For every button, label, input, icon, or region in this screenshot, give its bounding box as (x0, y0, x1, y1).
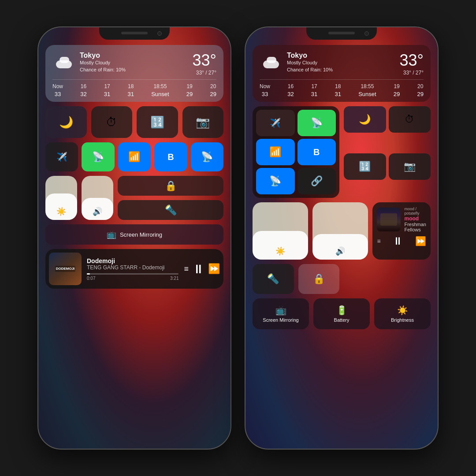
lock-icon-left: 🔒 (165, 180, 177, 192)
track-info-left: Dodemoji TENG GANG STARR - Dodemoji 0:07… (87, 257, 178, 281)
weather-detail: Chance of Rain: 10% (80, 67, 126, 73)
lock-icon-right: 🔒 (313, 273, 325, 285)
brightness-slider-left[interactable]: ☀️ (45, 176, 77, 220)
music-widget-right[interactable]: mood / potatefly mood Freshman Fellows ≡… (372, 202, 431, 260)
moon-button-right[interactable]: 🌙 (344, 106, 386, 133)
battery-button-right[interactable]: 🔋 Battery (313, 298, 370, 329)
volume-slider-right[interactable]: 🔊 (312, 202, 368, 260)
rotation-lock-button-left[interactable]: 🔒 (118, 176, 223, 196)
camera-icon-left: 📷 (196, 115, 210, 129)
camera-button-right[interactable]: 📷 (389, 153, 431, 180)
bluetooth-button-right[interactable]: B (298, 139, 336, 165)
sun-icon-left: ☀️ (56, 207, 66, 216)
airplane-icon: ✈️ (56, 152, 67, 162)
notch-left (99, 27, 170, 40)
moon-button-left[interactable]: 🌙 (45, 106, 87, 138)
music-track-right: mood (404, 216, 426, 222)
screen-mirror-icon-right: 📺 (275, 305, 286, 316)
fc-val-3: 31 (128, 91, 134, 97)
flashlight-button-left[interactable]: 🔦 (118, 200, 223, 220)
timer-button-right[interactable]: ⏱ (389, 106, 431, 133)
wifi-button-right[interactable]: 📶 (256, 139, 295, 165)
music-source-right: mood / potatefly (404, 207, 426, 216)
speaker-icon-left: 🔊 (93, 207, 102, 216)
weather-info: Tokyo Mostly Cloudy Chance of Rain: 10% (80, 51, 126, 73)
svg-rect-1 (60, 57, 69, 63)
forward-button-left[interactable]: ⏩ (208, 263, 220, 275)
rotation-lock-button-right[interactable]: 🔒 (298, 264, 340, 294)
weather-temp-right: 33° (400, 51, 424, 70)
music-album-art-right (377, 208, 401, 231)
wifi-button-left[interactable]: 📶 (118, 142, 151, 171)
weather-widget-left[interactable]: Tokyo Mostly Cloudy Chance of Rain: 10% … (45, 45, 223, 102)
brightness-label-right: Brightness (391, 317, 414, 323)
fc-val-6: 29 (210, 91, 216, 97)
flashlight-icon-left: 🔦 (165, 205, 177, 216)
airplane-button-right[interactable]: ✈️ (256, 110, 295, 136)
screen-mirror-button-right[interactable]: 📺 Screen Mirroring (253, 298, 309, 329)
fc-val-2: 31 (104, 91, 110, 97)
bluetooth-button-left[interactable]: B (154, 142, 187, 171)
weather-left: Tokyo Mostly Cloudy Chance of Rain: 10% (52, 51, 126, 73)
now-playing-left[interactable]: DODEMOJI Dodemoji TENG GANG STARR - Dode… (45, 249, 223, 289)
airplane-icon-right: ✈️ (270, 118, 281, 128)
calc-button-right[interactable]: 🔢 (344, 153, 386, 180)
screen-left: Tokyo Mostly Cloudy Chance of Rain: 10% … (38, 27, 231, 449)
cellular-button-right[interactable]: 📡 (298, 110, 336, 136)
cloud-icon-right (260, 54, 283, 70)
flashlight-button-right[interactable]: 🔦 (253, 264, 294, 294)
fc-val-5: 29 (186, 91, 193, 97)
calc-button-left[interactable]: 🔢 (137, 106, 178, 138)
airdrop-button-left[interactable]: 📡 (191, 142, 223, 171)
speaker-right (328, 32, 355, 34)
middle-row-right: ☀️ 🔊 mood / p (253, 202, 431, 260)
connectivity-left: ✈️ 📡 📶 B 📡 (45, 142, 223, 171)
moon-icon-right: 🌙 (359, 114, 371, 125)
screen-mirror-label-left: Screen Mirroring (120, 231, 162, 238)
bottom-controls-right: 🔦 🔒 (253, 264, 431, 294)
play-button-left[interactable]: ⏸ (192, 262, 205, 276)
total-time-left: 3:21 (170, 276, 178, 281)
progress-bar-left (87, 273, 178, 275)
playback-controls-left: ≡ ⏸ ⏩ (184, 262, 220, 276)
brightness-slider-right[interactable]: ☀️ (253, 202, 308, 260)
music-controls-right: ≡ ⏸ ⏩ (377, 235, 426, 247)
rfc-label-0: Now (260, 83, 270, 89)
airdrop-button-right[interactable]: 📡 (256, 168, 295, 194)
menu-button-left[interactable]: ≡ (184, 264, 189, 274)
weather-range-right: 33° / 27° (400, 70, 424, 76)
brightness-icon-right: ☀️ (397, 305, 408, 316)
weather-forecast-right: Now33 1632 1731 1831 18:55Sunset 1929 20… (260, 79, 424, 97)
music-text-right: mood / potatefly mood Freshman Fellows (404, 207, 426, 232)
screen-mirror-button-left[interactable]: 📺 Screen Mirroring (45, 224, 223, 245)
weather-widget-right[interactable]: Tokyo Mostly Cloudy Chance of Rain: 10% … (253, 45, 431, 102)
calc-icon: 🔢 (150, 115, 164, 129)
chain-button-right[interactable]: 🔗 (298, 168, 336, 194)
sliders-row-left: ☀️ 🔊 🔒 🔦 (45, 176, 223, 220)
screen-right: Tokyo Mostly Cloudy Chance of Rain: 10% … (245, 27, 438, 449)
speaker (121, 32, 148, 34)
camera-button-left[interactable]: 📷 (182, 106, 224, 138)
bt-icon-left: B (167, 152, 174, 162)
music-forward-button-right[interactable]: ⏩ (415, 236, 426, 246)
airdrop-icon-right: 📡 (269, 175, 281, 187)
fc-val-1: 32 (80, 91, 86, 97)
brightness-button-right[interactable]: ☀️ Brightness (374, 298, 431, 329)
volume-slider-left[interactable]: 🔊 (82, 176, 113, 220)
rfc-label-3: 18 (335, 83, 341, 89)
fc-label-0: Now (52, 83, 63, 89)
cellular-button-left[interactable]: 📡 (82, 142, 114, 171)
calc-icon-right: 🔢 (359, 161, 371, 172)
weather-city: Tokyo (80, 51, 126, 60)
top-grid-right: ✈️ 📡 📶 B 📡 🔗 🌙 ⏱ 🔢 📷 (253, 106, 431, 198)
timer-button-left[interactable]: ⏱ (91, 106, 133, 138)
track-title-left: Dodemoji (87, 257, 178, 264)
sun-icon-right: ☀️ (275, 246, 285, 256)
airplane-button-left[interactable]: ✈️ (45, 142, 78, 171)
weather-temp-left: 33° (193, 51, 216, 70)
music-play-button-right[interactable]: ⏸ (393, 235, 403, 247)
battery-label-right: Battery (334, 317, 350, 323)
music-menu-button-right[interactable]: ≡ (377, 238, 380, 245)
rfc-label-2: 17 (311, 83, 317, 89)
screen-mirror-icon-left: 📺 (107, 230, 116, 239)
